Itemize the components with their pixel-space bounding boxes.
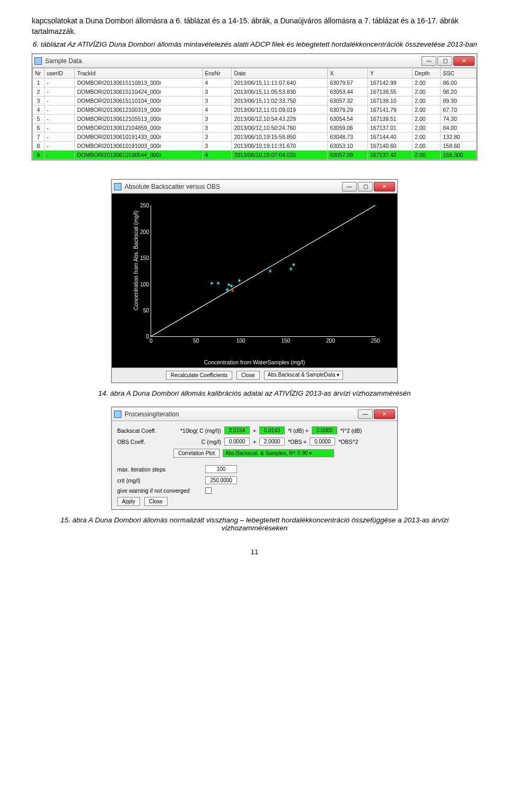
xtick: 0	[150, 336, 153, 344]
backscat-formula: *10log( C (mg/l))	[173, 427, 221, 434]
crit-input[interactable]: 250.0000	[205, 476, 237, 484]
col-trackid: TrackId	[75, 68, 203, 78]
data-point: ✶	[225, 288, 229, 292]
minimize-button[interactable]: —	[358, 409, 373, 419]
obs-v3[interactable]: 0.0000	[310, 438, 335, 446]
table-row[interactable]: 3-DOMBORI20130615110104_000r32013/06/15,…	[33, 97, 477, 106]
processing-window: ProcessingIteration — ✕ Backscat Coeff. …	[111, 407, 398, 510]
backscat-row: Backscat Coeff. *10log( C (mg/l)) 2.5154…	[117, 426, 392, 434]
data-point: ✶	[237, 278, 241, 282]
backscat-label: Backscat Coeff.	[117, 427, 170, 434]
chart-xlabel: Concentration from WaterSamples (mg/l)	[116, 359, 393, 365]
ytick: 200	[140, 229, 151, 234]
correlation-select[interactable]: Abs.Backscat. & Samples, R²: 0.90 ▾	[223, 449, 334, 457]
svg-line-0	[151, 205, 375, 336]
table-row[interactable]: 5-DOMBORI20130612105513_000r32013/06/12,…	[33, 115, 477, 124]
ytick: 150	[140, 255, 151, 261]
col-userid: userID	[45, 68, 75, 78]
recalc-button[interactable]: Recalculate Coefficients	[166, 371, 232, 380]
backscat-v2[interactable]: 0.0143	[259, 426, 285, 434]
fig14-caption: 14. ábra A Duna Dombori állomás kalibrác…	[32, 389, 477, 397]
sample-title: Sample Data	[45, 57, 422, 65]
chart-axes: 050100150200250050100150200250✶✶✶✶✶✶✶✶✶✶	[151, 205, 375, 337]
ytick: 50	[143, 308, 151, 313]
proc-titlebar: ProcessingIteration — ✕	[112, 407, 397, 421]
col-x: X	[328, 68, 368, 78]
obs-v1[interactable]: 0.0000	[224, 438, 250, 446]
chart-ylabel: Concentration from Abs. Backscat (mg/l)	[133, 211, 139, 311]
ytick: 250	[140, 203, 151, 208]
data-point: ✶	[230, 289, 234, 293]
table-row[interactable]: 4-DOMBORI20130612100319_000r42013/06/12,…	[33, 106, 477, 115]
xtick: 100	[236, 336, 245, 344]
xtick: 200	[326, 336, 335, 344]
table-row[interactable]: 6-DOMBORI20130612104859_000r32013/06/12,…	[33, 124, 477, 133]
table-row[interactable]: 7-DOMBORI20130610191433_000r32013/06/10,…	[33, 133, 477, 142]
data-point: ✶	[209, 281, 213, 285]
sample-data-window: Sample Data — ▢ ✕ NruserIDTrackIdEnsNrDa…	[32, 54, 477, 160]
crit-row: crit (mg/l) 250.0000	[117, 476, 392, 484]
chart-buttons-bar: Recalculate Coefficients Close Abs.Backs…	[112, 368, 397, 382]
page-number: 11	[32, 548, 477, 556]
data-point: ✶	[288, 267, 292, 270]
sample-data-table: NruserIDTrackIdEnsNrDateXYDepthSSC 1-DOM…	[32, 68, 477, 160]
max-iter-row: max. iteration steps 100	[117, 465, 392, 473]
col-depth: Depth	[413, 68, 441, 78]
col-date: Date	[232, 68, 328, 78]
sample-titlebar: Sample Data — ▢ ✕	[32, 54, 477, 68]
table6-caption: 6. táblázat Az ATIVÍZIG Duna Dombori áll…	[32, 40, 477, 49]
col-y: Y	[367, 68, 412, 78]
correlation-plot-button[interactable]: Correlation Plot	[173, 449, 220, 458]
proc-title: ProcessingIteration	[125, 411, 358, 418]
close-button[interactable]: ✕	[374, 182, 395, 191]
fig15-caption: 15. ábra A Duna Dombori állomás normaliz…	[32, 516, 477, 532]
chart-title: Absolute Backscatter versus OBS	[125, 183, 342, 190]
obs-label: OBS Coeff.	[117, 439, 170, 445]
window-icon	[34, 57, 42, 65]
reference-line	[151, 205, 375, 336]
corr-row: Correlation Plot Abs.Backscat. & Samples…	[117, 449, 392, 458]
col-nr: Nr	[33, 68, 45, 78]
table-row[interactable]: 1-DOMBORI20130615110913_000r42013/06/15,…	[33, 78, 477, 88]
obs-v2[interactable]: 2.0000	[259, 438, 285, 446]
warn-row: give warning if not converged	[117, 487, 392, 494]
table-row[interactable]: 8-DOMBORI20130610191003_000r32013/06/10,…	[33, 142, 477, 151]
backscat-v3[interactable]: 0.0000	[312, 426, 337, 434]
data-point: ✶	[268, 269, 271, 273]
xtick: 50	[193, 336, 199, 344]
max-iter-label: max. iteration steps	[117, 466, 202, 473]
apply-button[interactable]: Apply	[117, 497, 140, 506]
close-button[interactable]: ✕	[453, 56, 475, 66]
obs-formula: C (mg/l)	[173, 439, 221, 445]
window-icon	[114, 183, 121, 190]
maximize-button[interactable]: ▢	[437, 56, 452, 66]
warn-checkbox[interactable]	[205, 487, 212, 494]
window-icon	[114, 411, 121, 418]
chart-titlebar: Absolute Backscatter versus OBS — ▢ ✕	[112, 180, 397, 194]
backscat-v1[interactable]: 2.5154	[224, 426, 250, 434]
table-row[interactable]: 9-DOMBORI20130610190544_000r42013/06/10,…	[33, 151, 477, 160]
ytick: 100	[140, 281, 151, 287]
close-button[interactable]: ✕	[374, 409, 395, 419]
minimize-button[interactable]: —	[342, 182, 357, 191]
proc-close-button[interactable]: Close	[144, 497, 168, 506]
max-iter-input[interactable]: 100	[205, 465, 237, 473]
obs-row: OBS Coeff. C (mg/l) 0.0000 + 2.0000 *OBS…	[117, 438, 392, 446]
chart-area: Concentration from Abs. Backscat (mg/l) …	[112, 194, 397, 368]
col-ssc: SSC	[441, 68, 477, 78]
chart-mode-select[interactable]: Abs.Backscat & SampleData ▾	[264, 371, 344, 380]
crit-label: crit (mg/l)	[117, 477, 202, 484]
intro-paragraph: kapcsolatokat a Duna Dombori állomásra a…	[32, 16, 477, 37]
xtick: 250	[371, 336, 380, 344]
chart-close-button[interactable]: Close	[236, 371, 260, 380]
xtick: 150	[281, 336, 290, 344]
col-ensnr: EnsNr	[203, 68, 232, 78]
maximize-button[interactable]: ▢	[358, 182, 373, 191]
warn-label: give warning if not converged	[117, 487, 202, 494]
backscatter-chart-window: Absolute Backscatter versus OBS — ▢ ✕ Co…	[111, 179, 398, 383]
minimize-button[interactable]: —	[422, 56, 436, 66]
data-point: ✶	[216, 281, 220, 285]
table-row[interactable]: 2-DOMBORI20130615110424_000r32013/06/15,…	[33, 88, 477, 97]
